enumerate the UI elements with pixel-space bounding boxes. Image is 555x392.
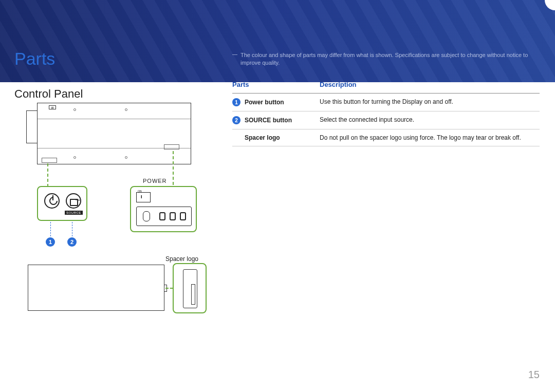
rear-panel-outline: IR	[37, 103, 191, 164]
source-text-label: SOURCE	[65, 211, 83, 215]
table-header-row: Parts Description	[232, 76, 540, 94]
row-badge-2: 2	[232, 116, 240, 124]
row-badge-1: 1	[232, 98, 240, 106]
panel-divider	[38, 119, 191, 119]
part-description: Use this button for turning the Display …	[320, 98, 540, 105]
screw-hole-icon	[125, 108, 127, 111]
power-inlet-icon	[136, 207, 192, 226]
screw-hole-icon	[73, 156, 76, 159]
part-name: Power button	[245, 99, 284, 106]
screw-hole-icon	[73, 108, 76, 111]
side-panel-outline	[28, 265, 164, 311]
header-description: Description	[320, 81, 540, 88]
leader-blue-icon	[50, 222, 51, 236]
spacer-logo-icon	[183, 269, 197, 308]
switch-i-label: I	[141, 194, 142, 199]
leader-blue-icon	[72, 222, 72, 236]
table-row: Spacer logo Do not pull on the spacer lo…	[232, 129, 540, 146]
callout-buttons: SOURCE	[37, 186, 87, 221]
ir-label: IR	[49, 105, 56, 109]
page-title: Parts	[14, 49, 55, 69]
ground-pin-icon	[143, 211, 150, 221]
prong-icon	[180, 212, 186, 220]
on-label: ON	[138, 190, 142, 193]
power-switch-icon: ON I	[136, 192, 151, 202]
header-note: The colour and shape of parts may differ…	[240, 51, 540, 67]
power-button-icon	[44, 193, 60, 209]
power-label: POWER	[143, 178, 167, 184]
source-button-icon	[66, 193, 81, 209]
buttons-area-marker	[42, 158, 57, 163]
callout-badge-1: 1	[46, 237, 55, 247]
diagram-area: IR	[37, 103, 222, 164]
part-description: Do not pull on the spacer logo using for…	[320, 134, 540, 141]
callout-power-inlet: ON I	[130, 186, 197, 232]
callout-badge-2: 2	[67, 237, 77, 247]
section-title: Control Panel	[14, 87, 83, 101]
table-row: 1 Power button Use this button for turni…	[232, 94, 540, 111]
prong-icon	[159, 212, 165, 220]
header-parts: Parts	[232, 81, 320, 88]
part-name: Spacer logo	[245, 134, 280, 141]
page-number: 15	[528, 369, 540, 381]
part-name: SOURCE button	[245, 117, 292, 124]
power-area-marker	[164, 144, 179, 150]
leader-line-icon	[47, 163, 48, 187]
callout-spacer-logo	[173, 263, 207, 313]
part-description: Select the connected input source.	[320, 116, 540, 123]
panel-tab	[26, 110, 38, 143]
spacer-logo-label: Spacer logo	[165, 255, 198, 263]
logo-strip-icon	[191, 284, 195, 305]
prong-icon	[170, 212, 176, 220]
note-dash-icon: ―	[232, 51, 237, 57]
header-background	[0, 0, 555, 82]
screw-hole-icon	[125, 156, 127, 159]
table-row: 2 SOURCE button Select the connected inp…	[232, 111, 540, 129]
parts-table: Parts Description 1 Power button Use thi…	[232, 76, 540, 146]
